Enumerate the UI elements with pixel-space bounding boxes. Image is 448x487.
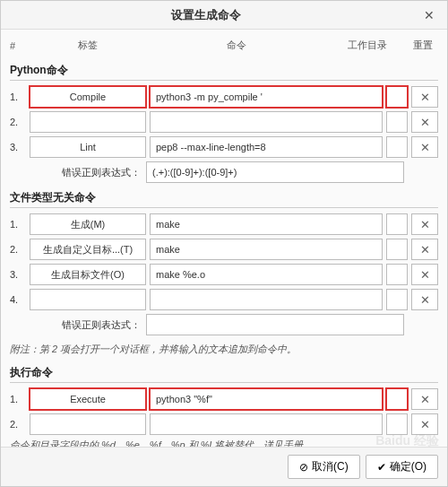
label-input[interactable] <box>30 289 146 310</box>
workdir-input[interactable] <box>386 111 408 133</box>
divider <box>10 207 438 208</box>
workdir-input[interactable] <box>386 213 408 235</box>
row-number: 2. <box>10 111 30 133</box>
close-icon: ✕ <box>420 218 430 231</box>
cancel-button[interactable]: ⊘ 取消(C) <box>288 455 360 479</box>
row-number: 2. <box>10 239 30 260</box>
workdir-input[interactable] <box>386 289 408 310</box>
dialog-title: 设置生成命令 <box>1 7 411 23</box>
workdir-input[interactable] <box>386 239 408 260</box>
row-number: 2. <box>10 413 30 435</box>
section-filetype-title: 文件类型无关命令 <box>10 190 438 205</box>
reset-button[interactable]: ✕ <box>411 388 438 410</box>
command-input[interactable]: python3 -m py_compile ' <box>150 86 383 108</box>
row-number: 1. <box>10 388 30 410</box>
section-python-title: Python命令 <box>10 63 438 78</box>
command-input[interactable] <box>150 111 383 133</box>
row-number: 3. <box>10 136 30 158</box>
label-input[interactable]: Lint <box>30 136 146 158</box>
close-icon: ✕ <box>420 243 430 257</box>
cancel-icon: ⊘ <box>299 461 308 474</box>
row-number: 4. <box>10 289 30 310</box>
reset-button[interactable]: ✕ <box>411 413 438 435</box>
close-icon: ✕ <box>420 393 430 406</box>
python-row-2: 2. ✕ <box>10 111 438 133</box>
regex-input[interactable] <box>146 314 404 335</box>
command-input[interactable]: make <box>150 239 383 260</box>
check-icon: ✔ <box>377 461 386 474</box>
execute-note: 命令和目录字段中的 %d、%e、%f、%p 和 %l 将被替代，详见手册。 <box>10 439 438 447</box>
label-input[interactable]: Execute <box>30 388 146 410</box>
ok-button[interactable]: ✔ 确定(O) <box>366 455 438 479</box>
reset-button[interactable]: ✕ <box>411 111 438 133</box>
regex-label: 错误正则表达式： <box>10 318 146 332</box>
column-headers: # 标签 命令 工作目录 重置 <box>10 35 438 57</box>
titlebar: 设置生成命令 ✕ <box>1 1 447 30</box>
command-input[interactable] <box>150 413 383 435</box>
row-number: 1. <box>10 86 30 108</box>
python-row-1: 1. Compile python3 -m py_compile ' ✕ <box>10 86 438 108</box>
reset-button[interactable]: ✕ <box>411 86 438 108</box>
header-label: 标签 <box>30 39 146 52</box>
reset-button[interactable]: ✕ <box>411 289 438 310</box>
close-icon: ✕ <box>420 418 430 431</box>
execute-row-2: 2. ✕ <box>10 413 438 435</box>
divider <box>10 80 438 81</box>
close-icon[interactable]: ✕ <box>411 1 447 30</box>
execute-row-1: 1. Execute python3 "%f" ✕ <box>10 388 438 410</box>
command-input[interactable]: python3 "%f" <box>150 388 383 410</box>
close-icon: ✕ <box>420 268 430 282</box>
ok-label: 确定(O) <box>390 459 426 474</box>
reset-button[interactable]: ✕ <box>411 264 438 285</box>
workdir-input[interactable] <box>386 86 408 108</box>
reset-button[interactable]: ✕ <box>411 136 438 158</box>
filetype-row-3: 3. 生成目标文件(O) make %e.o ✕ <box>10 264 438 285</box>
close-icon: ✕ <box>420 91 430 104</box>
command-input[interactable]: pep8 --max-line-length=8 <box>150 136 383 158</box>
filetype-row-2: 2. 生成自定义目标...(T) make ✕ <box>10 239 438 260</box>
label-input[interactable]: 生成自定义目标...(T) <box>30 239 146 260</box>
reset-button[interactable]: ✕ <box>411 239 438 260</box>
regex-input[interactable]: (.+):([0-9]+):([0-9]+) <box>146 161 404 183</box>
dialog-window: 设置生成命令 ✕ # 标签 命令 工作目录 重置 Python命令 1. Com… <box>0 0 448 487</box>
row-number: 1. <box>10 213 30 235</box>
command-input[interactable]: make <box>150 213 383 235</box>
close-icon: ✕ <box>420 141 430 154</box>
filetype-note: 附注：第 2 项会打开一个对话框，并将输入的文本追加到命令中。 <box>10 343 438 356</box>
divider <box>10 382 438 383</box>
dialog-content: # 标签 命令 工作目录 重置 Python命令 1. Compile pyth… <box>1 30 447 447</box>
workdir-input[interactable] <box>386 264 408 285</box>
section-execute-title: 执行命令 <box>10 365 438 380</box>
workdir-input[interactable] <box>386 388 408 410</box>
close-icon: ✕ <box>420 116 430 129</box>
label-input[interactable]: 生成(M) <box>30 213 146 235</box>
filetype-row-1: 1. 生成(M) make ✕ <box>10 213 438 235</box>
command-input[interactable]: make %e.o <box>150 264 383 285</box>
header-reset: 重置 <box>408 39 438 52</box>
reset-button[interactable]: ✕ <box>411 213 438 235</box>
label-input[interactable]: 生成目标文件(O) <box>30 264 146 285</box>
header-num: # <box>10 40 30 51</box>
cancel-label: 取消(C) <box>312 459 349 474</box>
row-number: 3. <box>10 264 30 285</box>
filetype-regex-row: 错误正则表达式： <box>10 314 438 335</box>
header-cmd: 命令 <box>146 39 327 52</box>
workdir-input[interactable] <box>386 413 408 435</box>
regex-label: 错误正则表达式： <box>10 166 146 179</box>
python-regex-row: 错误正则表达式： (.+):([0-9]+):([0-9]+) <box>10 161 438 183</box>
python-row-3: 3. Lint pep8 --max-line-length=8 ✕ <box>10 136 438 158</box>
command-input[interactable] <box>150 289 383 310</box>
label-input[interactable] <box>30 413 146 435</box>
filetype-row-4: 4. ✕ <box>10 289 438 310</box>
workdir-input[interactable] <box>386 136 408 158</box>
dialog-footer: ⊘ 取消(C) ✔ 确定(O) <box>1 447 447 486</box>
label-input[interactable]: Compile <box>30 86 146 108</box>
label-input[interactable] <box>30 111 146 133</box>
close-icon: ✕ <box>420 293 430 307</box>
header-wd: 工作目录 <box>327 39 408 52</box>
